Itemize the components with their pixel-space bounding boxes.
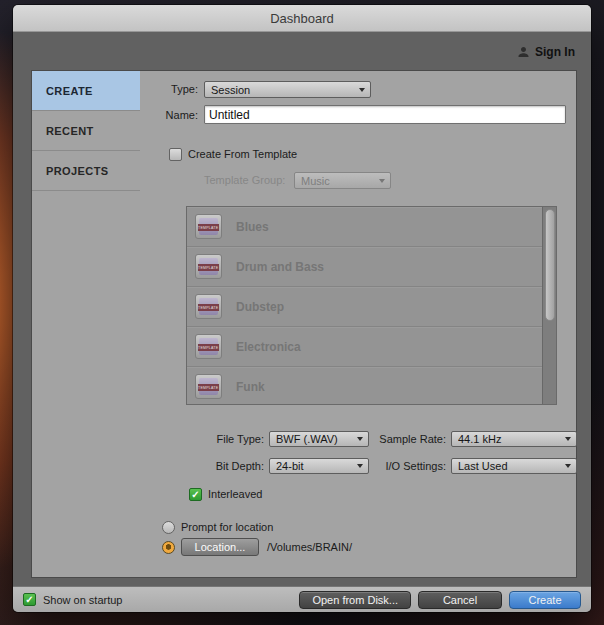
template-group-dropdown: Music (294, 172, 391, 189)
template-list-scrollbar (542, 207, 556, 404)
interleaved-label: Interleaved (208, 486, 262, 503)
template-group-value: Music (301, 175, 379, 187)
dashboard-window: Dashboard Sign In CREATE RECENT (13, 5, 591, 612)
template-list: TEMPLATE Blues TEMPLATE Drum and Bass TE… (186, 206, 557, 405)
sample-rate-dropdown[interactable]: 44.1 kHz (451, 431, 577, 447)
dialog-body: Sign In CREATE RECENT PROJECTS Type: Ses… (13, 32, 591, 586)
chevron-down-icon (359, 88, 365, 92)
type-dropdown[interactable]: Session (204, 81, 371, 98)
location-button-label: Location... (195, 541, 246, 553)
desktop-background: Dashboard Sign In CREATE RECENT (0, 0, 604, 625)
create-from-template-label: Create From Template (188, 146, 297, 163)
sidebar-item-label: RECENT (46, 125, 94, 137)
template-icon: TEMPLATE (195, 374, 222, 399)
footer-bar: ✓ Show on startup Open from Disk... Canc… (13, 586, 591, 612)
cancel-button[interactable]: Cancel (418, 591, 502, 609)
prompt-for-location-radio[interactable] (162, 521, 175, 534)
create-button[interactable]: Create (509, 591, 581, 609)
location-radio[interactable] (162, 541, 175, 554)
template-icon: TEMPLATE (195, 214, 222, 239)
template-list-item: TEMPLATE Dubstep (187, 287, 556, 327)
scrollbar-thumb (545, 209, 555, 321)
location-path: /Volumes/BRAIN/ (267, 539, 352, 556)
interleaved-checkbox[interactable]: ✓ (189, 488, 202, 501)
sidebar-item-label: CREATE (46, 85, 93, 97)
template-name: Funk (236, 380, 265, 394)
bit-depth-label: Bit Depth: (164, 458, 264, 475)
location-button[interactable]: Location... (181, 538, 259, 556)
template-list-item: TEMPLATE Electronica (187, 327, 556, 367)
show-on-startup-checkbox[interactable]: ✓ (23, 593, 36, 606)
io-settings-label: I/O Settings: (346, 458, 446, 475)
template-group-label: Template Group: (204, 172, 285, 189)
template-name: Electronica (236, 340, 301, 354)
sidebar-item-label: PROJECTS (46, 165, 109, 177)
template-name: Drum and Bass (236, 260, 324, 274)
open-from-disk-button[interactable]: Open from Disk... (299, 591, 411, 609)
io-settings-value: Last Used (458, 460, 565, 472)
template-icon: TEMPLATE (195, 254, 222, 279)
checkmark-icon: ✓ (191, 490, 199, 500)
show-on-startup-label: Show on startup (43, 594, 123, 606)
name-label: Name: (138, 107, 198, 124)
create-from-template-checkbox[interactable] (169, 148, 182, 161)
user-icon (517, 45, 530, 59)
file-type-value: BWF (.WAV) (276, 433, 357, 445)
sidebar-item-create[interactable]: CREATE (32, 71, 140, 111)
window-title: Dashboard (270, 11, 334, 26)
template-icon: TEMPLATE (195, 294, 222, 319)
chevron-down-icon (565, 464, 571, 468)
main-panel: CREATE RECENT PROJECTS Type: Session Nam… (31, 70, 577, 578)
bit-depth-value: 24-bit (276, 460, 357, 472)
name-input[interactable] (204, 105, 566, 124)
sign-in-label: Sign In (535, 45, 575, 59)
chevron-down-icon (565, 437, 571, 441)
sidebar-item-projects[interactable]: PROJECTS (32, 151, 140, 191)
template-icon: TEMPLATE (195, 334, 222, 359)
prompt-for-location-label: Prompt for location (181, 519, 273, 536)
sample-rate-label: Sample Rate: (346, 431, 446, 448)
template-list-item: TEMPLATE Blues (187, 207, 556, 247)
chevron-down-icon (379, 179, 385, 183)
sample-rate-value: 44.1 kHz (458, 433, 565, 445)
file-type-label: File Type: (164, 431, 264, 448)
template-name: Dubstep (236, 300, 284, 314)
type-label: Type: (142, 81, 198, 98)
sign-in-button[interactable]: Sign In (517, 43, 575, 61)
checkmark-icon: ✓ (25, 595, 33, 605)
io-settings-dropdown[interactable]: Last Used (451, 458, 577, 474)
window-titlebar[interactable]: Dashboard (13, 5, 591, 32)
template-list-item: TEMPLATE Funk (187, 367, 556, 405)
sidebar-item-recent[interactable]: RECENT (32, 111, 140, 151)
template-list-item: TEMPLATE Drum and Bass (187, 247, 556, 287)
type-dropdown-value: Session (211, 84, 359, 96)
template-name: Blues (236, 220, 269, 234)
